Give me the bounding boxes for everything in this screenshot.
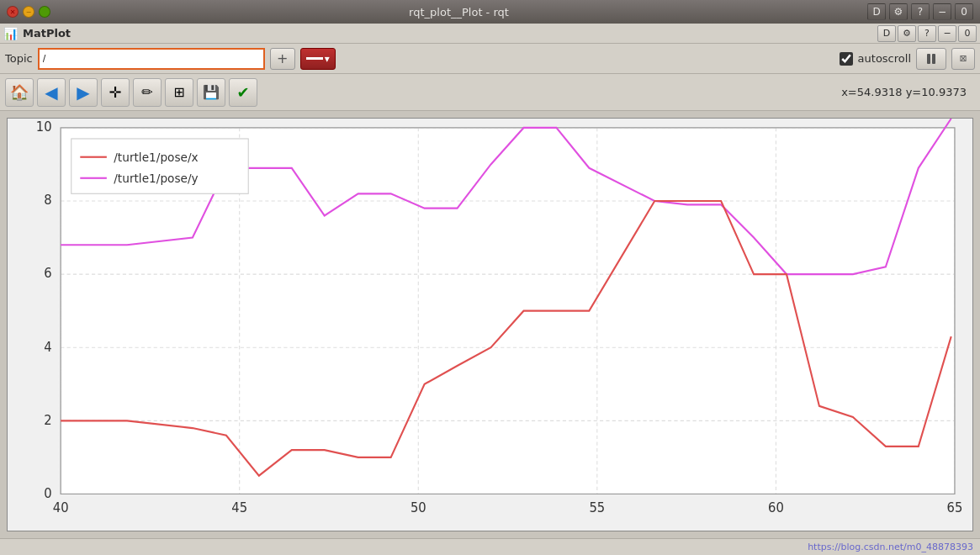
matplot-icon: 📊 — [3, 27, 18, 40]
window-controls: ✕ − — [7, 6, 50, 18]
svg-text:45: 45 — [231, 500, 247, 515]
titlebar-actions: D ⚙ ? − 0 — [867, 3, 973, 20]
window-title: rqt_plot__Plot - rqt — [57, 6, 861, 18]
forward-button[interactable]: ▶ — [69, 78, 98, 107]
svg-text:55: 55 — [589, 500, 605, 515]
titlebar-gear-button[interactable]: ⚙ — [889, 3, 908, 20]
check-button[interactable]: ✔ — [229, 78, 257, 107]
svg-text:/turtle1/pose/y: /turtle1/pose/y — [114, 172, 198, 185]
titlebar-help-button[interactable]: ? — [911, 3, 930, 20]
svg-text:2: 2 — [44, 412, 51, 427]
toolbar: 🏠 ◀ ▶ ✛ ✏ ⊞ 💾 ✔ x=54.9318 y=10.9373 — [0, 74, 980, 111]
pause-button[interactable] — [916, 48, 946, 70]
maximize-button[interactable] — [39, 6, 50, 18]
status-url: https://blog.csdn.net/m0_48878393 — [808, 542, 973, 552]
clear-icon: ⊠ — [959, 53, 967, 64]
chart-container: 10 8 6 4 2 0 40 45 50 55 60 65 — [0, 111, 980, 538]
check-icon: ✔ — [236, 83, 249, 101]
svg-text:0: 0 — [44, 486, 51, 501]
back-icon: ◀ — [45, 82, 57, 103]
save-icon: 💾 — [203, 84, 220, 100]
titlebar: ✕ − rqt_plot__Plot - rqt D ⚙ ? − 0 — [0, 0, 980, 24]
forward-icon: ▶ — [77, 82, 89, 103]
menubar: 📊 MatPlot D ⚙ ? − 0 — [0, 24, 980, 44]
svg-rect-26 — [72, 139, 248, 193]
topic-label: Topic — [5, 52, 33, 65]
svg-text:8: 8 — [44, 193, 51, 208]
svg-text:40: 40 — [53, 500, 69, 515]
clear-button[interactable]: ⊠ — [951, 48, 975, 70]
remove-topic-button[interactable]: ▾ — [300, 48, 336, 70]
titlebar-minimize-button[interactable]: − — [933, 3, 951, 20]
pause-bar-right — [932, 54, 935, 64]
chart-svg: 10 8 6 4 2 0 40 45 50 55 60 65 — [8, 119, 972, 531]
autoscroll-area: autoscroll ⊠ — [840, 48, 975, 70]
menu-gear-button[interactable]: ⚙ — [898, 25, 916, 42]
close-button[interactable]: ✕ — [7, 6, 19, 18]
pan-icon: ✛ — [109, 83, 121, 101]
minus-icon — [306, 57, 323, 60]
svg-text:65: 65 — [947, 500, 963, 515]
add-topic-button[interactable]: + — [270, 48, 295, 70]
coordinates-display: x=54.9318 y=10.9373 — [841, 86, 967, 98]
pause-bar-left — [927, 54, 930, 64]
svg-text:60: 60 — [768, 500, 784, 515]
svg-text:/turtle1/pose/x: /turtle1/pose/x — [114, 151, 198, 164]
menu-zero-button[interactable]: 0 — [958, 25, 977, 42]
back-button[interactable]: ◀ — [37, 78, 66, 107]
menu-help-button[interactable]: ? — [918, 25, 936, 42]
topic-input[interactable] — [38, 48, 265, 70]
titlebar-d-button[interactable]: D — [867, 3, 886, 20]
app-title: MatPlot — [23, 27, 71, 40]
svg-text:4: 4 — [44, 339, 51, 354]
grid-icon: ⊞ — [173, 84, 184, 100]
pan-button[interactable]: ✛ — [101, 78, 130, 107]
edit-button[interactable]: ✏ — [133, 78, 162, 107]
titlebar-restore-button[interactable]: 0 — [955, 3, 973, 20]
svg-text:50: 50 — [411, 500, 426, 515]
edit-icon: ✏ — [141, 84, 152, 100]
menu-minus-button[interactable]: − — [938, 25, 956, 42]
chart-background[interactable]: 10 8 6 4 2 0 40 45 50 55 60 65 — [7, 118, 973, 531]
save-button[interactable]: 💾 — [197, 78, 225, 107]
statusbar: https://blog.csdn.net/m0_48878393 — [0, 538, 980, 555]
svg-text:10: 10 — [36, 119, 52, 135]
menu-d-button[interactable]: D — [877, 25, 896, 42]
topicbar: Topic + ▾ autoscroll ⊠ — [0, 44, 980, 74]
main-window: 📊 MatPlot D ⚙ ? − 0 Topic + ▾ autoscroll — [0, 24, 980, 555]
svg-text:6: 6 — [44, 266, 51, 281]
minimize-button[interactable]: − — [23, 6, 34, 18]
menubar-buttons: D ⚙ ? − 0 — [877, 25, 977, 42]
dropdown-arrow: ▾ — [325, 53, 330, 65]
plus-icon: + — [277, 50, 288, 66]
autoscroll-checkbox[interactable] — [840, 52, 853, 66]
autoscroll-label: autoscroll — [858, 52, 911, 65]
grid-button[interactable]: ⊞ — [165, 78, 193, 107]
home-button[interactable]: 🏠 — [5, 78, 34, 107]
